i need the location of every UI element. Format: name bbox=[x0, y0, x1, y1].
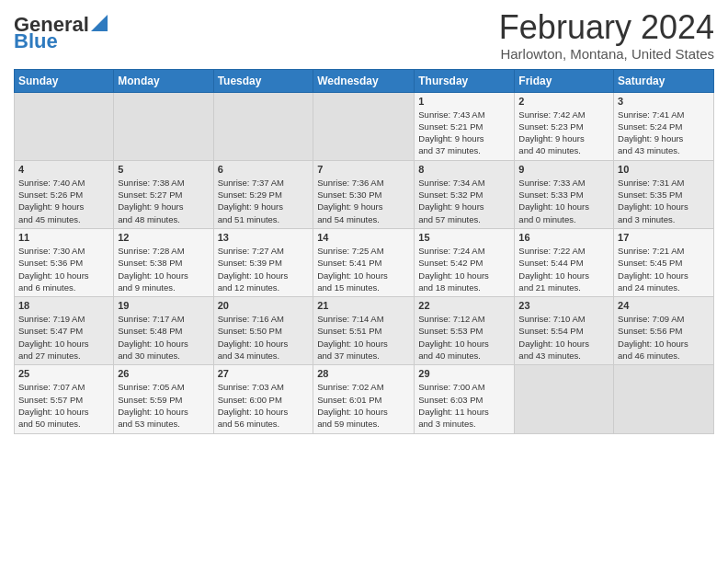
header-saturday: Saturday bbox=[614, 69, 714, 92]
day-number: 15 bbox=[418, 232, 510, 243]
day-number: 22 bbox=[418, 300, 510, 311]
calendar-cell: 13Sunrise: 7:27 AM Sunset: 5:39 PM Dayli… bbox=[213, 228, 313, 296]
calendar-table: SundayMondayTuesdayWednesdayThursdayFrid… bbox=[14, 69, 714, 434]
calendar-cell: 29Sunrise: 7:00 AM Sunset: 6:03 PM Dayli… bbox=[415, 365, 515, 433]
day-number: 26 bbox=[118, 368, 209, 379]
calendar-header-row: SundayMondayTuesdayWednesdayThursdayFrid… bbox=[15, 69, 714, 92]
day-number: 16 bbox=[518, 232, 609, 243]
calendar-cell bbox=[114, 92, 213, 160]
day-info: Sunrise: 7:19 AM Sunset: 5:47 PM Dayligh… bbox=[18, 313, 109, 362]
day-number: 1 bbox=[418, 96, 510, 107]
day-number: 25 bbox=[18, 368, 109, 379]
calendar-week-row: 25Sunrise: 7:07 AM Sunset: 5:57 PM Dayli… bbox=[15, 365, 714, 433]
day-info: Sunrise: 7:24 AM Sunset: 5:42 PM Dayligh… bbox=[418, 245, 510, 293]
calendar-title: February 2024 bbox=[499, 9, 714, 46]
title-block: February 2024 Harlowton, Montana, United… bbox=[499, 9, 714, 62]
day-info: Sunrise: 7:02 AM Sunset: 6:01 PM Dayligh… bbox=[317, 381, 410, 430]
calendar-cell: 2Sunrise: 7:42 AM Sunset: 5:23 PM Daylig… bbox=[515, 92, 614, 160]
day-info: Sunrise: 7:41 AM Sunset: 5:24 PM Dayligh… bbox=[618, 109, 710, 157]
day-number: 21 bbox=[317, 300, 410, 311]
calendar-cell: 21Sunrise: 7:14 AM Sunset: 5:51 PM Dayli… bbox=[313, 297, 415, 365]
calendar-cell: 4Sunrise: 7:40 AM Sunset: 5:26 PM Daylig… bbox=[15, 160, 114, 228]
day-number: 24 bbox=[618, 300, 710, 311]
header-monday: Monday bbox=[114, 69, 213, 92]
calendar-cell: 16Sunrise: 7:22 AM Sunset: 5:44 PM Dayli… bbox=[515, 228, 614, 296]
calendar-cell: 12Sunrise: 7:28 AM Sunset: 5:38 PM Dayli… bbox=[114, 228, 213, 296]
day-info: Sunrise: 7:38 AM Sunset: 5:27 PM Dayligh… bbox=[118, 177, 209, 225]
day-number: 12 bbox=[118, 232, 209, 243]
day-info: Sunrise: 7:30 AM Sunset: 5:36 PM Dayligh… bbox=[18, 245, 109, 293]
logo-blue-text: Blue bbox=[14, 31, 58, 52]
header-friday: Friday bbox=[515, 69, 614, 92]
calendar-cell: 11Sunrise: 7:30 AM Sunset: 5:36 PM Dayli… bbox=[15, 228, 114, 296]
day-number: 3 bbox=[618, 96, 710, 107]
day-number: 6 bbox=[218, 164, 310, 175]
day-number: 14 bbox=[317, 232, 410, 243]
calendar-cell bbox=[515, 365, 614, 433]
day-number: 5 bbox=[118, 164, 209, 175]
calendar-cell: 25Sunrise: 7:07 AM Sunset: 5:57 PM Dayli… bbox=[15, 365, 114, 433]
calendar-cell: 8Sunrise: 7:34 AM Sunset: 5:32 PM Daylig… bbox=[415, 160, 515, 228]
calendar-cell: 10Sunrise: 7:31 AM Sunset: 5:35 PM Dayli… bbox=[614, 160, 714, 228]
calendar-cell: 1Sunrise: 7:43 AM Sunset: 5:21 PM Daylig… bbox=[415, 92, 515, 160]
day-info: Sunrise: 7:42 AM Sunset: 5:23 PM Dayligh… bbox=[518, 109, 609, 157]
day-number: 27 bbox=[218, 368, 310, 379]
day-info: Sunrise: 7:31 AM Sunset: 5:35 PM Dayligh… bbox=[618, 177, 710, 225]
calendar-cell: 24Sunrise: 7:09 AM Sunset: 5:56 PM Dayli… bbox=[614, 297, 714, 365]
calendar-week-row: 18Sunrise: 7:19 AM Sunset: 5:47 PM Dayli… bbox=[15, 297, 714, 365]
calendar-cell: 5Sunrise: 7:38 AM Sunset: 5:27 PM Daylig… bbox=[114, 160, 213, 228]
day-info: Sunrise: 7:43 AM Sunset: 5:21 PM Dayligh… bbox=[418, 109, 510, 157]
day-info: Sunrise: 7:37 AM Sunset: 5:29 PM Dayligh… bbox=[218, 177, 310, 225]
header-tuesday: Tuesday bbox=[213, 69, 313, 92]
calendar-cell: 27Sunrise: 7:03 AM Sunset: 6:00 PM Dayli… bbox=[213, 365, 313, 433]
day-number: 13 bbox=[218, 232, 310, 243]
day-info: Sunrise: 7:34 AM Sunset: 5:32 PM Dayligh… bbox=[418, 177, 510, 225]
day-number: 9 bbox=[518, 164, 609, 175]
day-info: Sunrise: 7:17 AM Sunset: 5:48 PM Dayligh… bbox=[118, 313, 209, 362]
calendar-cell: 20Sunrise: 7:16 AM Sunset: 5:50 PM Dayli… bbox=[213, 297, 313, 365]
calendar-cell: 9Sunrise: 7:33 AM Sunset: 5:33 PM Daylig… bbox=[515, 160, 614, 228]
day-info: Sunrise: 7:21 AM Sunset: 5:45 PM Dayligh… bbox=[618, 245, 710, 293]
day-number: 8 bbox=[418, 164, 510, 175]
day-info: Sunrise: 7:22 AM Sunset: 5:44 PM Dayligh… bbox=[518, 245, 609, 293]
calendar-cell bbox=[313, 92, 415, 160]
calendar-cell: 17Sunrise: 7:21 AM Sunset: 5:45 PM Dayli… bbox=[614, 228, 714, 296]
calendar-cell bbox=[614, 365, 714, 433]
calendar-cell: 23Sunrise: 7:10 AM Sunset: 5:54 PM Dayli… bbox=[515, 297, 614, 365]
calendar-cell: 18Sunrise: 7:19 AM Sunset: 5:47 PM Dayli… bbox=[15, 297, 114, 365]
day-number: 2 bbox=[518, 96, 609, 107]
calendar-cell: 3Sunrise: 7:41 AM Sunset: 5:24 PM Daylig… bbox=[614, 92, 714, 160]
day-info: Sunrise: 7:00 AM Sunset: 6:03 PM Dayligh… bbox=[418, 381, 510, 430]
day-info: Sunrise: 7:40 AM Sunset: 5:26 PM Dayligh… bbox=[18, 177, 109, 225]
calendar-cell: 26Sunrise: 7:05 AM Sunset: 5:59 PM Dayli… bbox=[114, 365, 213, 433]
calendar-cell bbox=[15, 92, 114, 160]
day-info: Sunrise: 7:12 AM Sunset: 5:53 PM Dayligh… bbox=[418, 313, 510, 362]
day-number: 23 bbox=[518, 300, 609, 311]
calendar-week-row: 11Sunrise: 7:30 AM Sunset: 5:36 PM Dayli… bbox=[15, 228, 714, 296]
page-header: General Blue February 2024 Harlowton, Mo… bbox=[14, 9, 714, 62]
day-number: 7 bbox=[317, 164, 410, 175]
day-info: Sunrise: 7:14 AM Sunset: 5:51 PM Dayligh… bbox=[317, 313, 410, 362]
day-info: Sunrise: 7:25 AM Sunset: 5:41 PM Dayligh… bbox=[317, 245, 410, 293]
calendar-cell: 14Sunrise: 7:25 AM Sunset: 5:41 PM Dayli… bbox=[313, 228, 415, 296]
day-number: 11 bbox=[18, 232, 109, 243]
logo-triangle-icon bbox=[91, 15, 108, 31]
day-info: Sunrise: 7:27 AM Sunset: 5:39 PM Dayligh… bbox=[218, 245, 310, 293]
day-info: Sunrise: 7:07 AM Sunset: 5:57 PM Dayligh… bbox=[18, 381, 109, 430]
calendar-week-row: 4Sunrise: 7:40 AM Sunset: 5:26 PM Daylig… bbox=[15, 160, 714, 228]
header-thursday: Thursday bbox=[415, 69, 515, 92]
day-number: 20 bbox=[218, 300, 310, 311]
logo: General Blue bbox=[14, 15, 108, 52]
calendar-cell: 28Sunrise: 7:02 AM Sunset: 6:01 PM Dayli… bbox=[313, 365, 415, 433]
calendar-cell: 7Sunrise: 7:36 AM Sunset: 5:30 PM Daylig… bbox=[313, 160, 415, 228]
day-info: Sunrise: 7:10 AM Sunset: 5:54 PM Dayligh… bbox=[518, 313, 609, 362]
day-number: 4 bbox=[18, 164, 109, 175]
day-info: Sunrise: 7:09 AM Sunset: 5:56 PM Dayligh… bbox=[618, 313, 710, 362]
day-number: 28 bbox=[317, 368, 410, 379]
calendar-cell: 22Sunrise: 7:12 AM Sunset: 5:53 PM Dayli… bbox=[415, 297, 515, 365]
header-wednesday: Wednesday bbox=[313, 69, 415, 92]
day-number: 10 bbox=[618, 164, 710, 175]
calendar-subtitle: Harlowton, Montana, United States bbox=[499, 46, 714, 62]
day-number: 29 bbox=[418, 368, 510, 379]
day-number: 19 bbox=[118, 300, 209, 311]
